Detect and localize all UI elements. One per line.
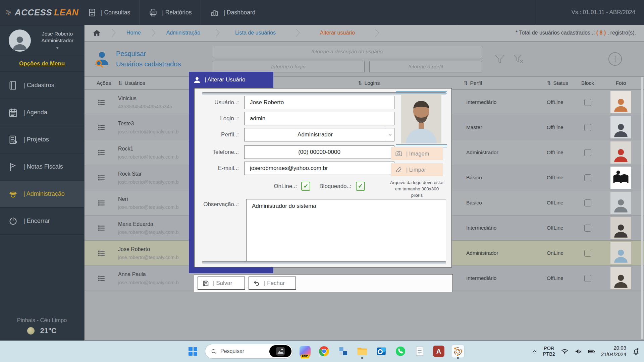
column-header-status[interactable]: ⇅Status <box>544 80 578 86</box>
block-checkbox[interactable] <box>584 250 591 257</box>
weather-widget: Pinhais - Céu Limpo 21°C <box>0 314 84 341</box>
limpar-button[interactable]: | Limpar <box>391 163 443 176</box>
row-block-cell <box>578 124 598 131</box>
block-checkbox[interactable] <box>584 275 591 282</box>
select-arrow[interactable] <box>386 128 394 141</box>
topbar-item-dashboard[interactable]: | Dashboard <box>201 0 264 25</box>
clock-date: 21/04/2024 <box>601 351 626 358</box>
row-perfil: Intermediário <box>464 275 544 281</box>
language-indicator[interactable]: POR PTB2 <box>543 346 555 357</box>
sidebar-item-cadastros[interactable]: | Cadastros <box>0 72 84 99</box>
telefone-field[interactable] <box>244 145 394 159</box>
online-checkbox[interactable]: ✓ <box>301 182 310 191</box>
task-view-icon[interactable] <box>336 345 350 358</box>
breadcrumb: Home Administração Lista de usuários Alt… <box>93 28 399 38</box>
column-header-acoes[interactable]: Ações <box>85 80 118 86</box>
user-photo <box>610 116 631 138</box>
row-actions-button[interactable] <box>85 199 118 207</box>
row-actions-button[interactable] <box>85 123 118 132</box>
breadcrumb-lista-usuarios[interactable]: Lista de usuários <box>235 30 276 36</box>
close-button[interactable]: | Fechar <box>249 277 296 290</box>
search-highlight-image[interactable] <box>269 345 291 357</box>
row-perfil: Administrador <box>464 149 544 156</box>
home-icon[interactable] <box>93 29 101 37</box>
search-description-input[interactable] <box>212 46 482 57</box>
breadcrumb-alterar-usuario[interactable]: Alterar usuário <box>320 30 355 36</box>
battery-icon[interactable] <box>588 348 595 355</box>
volume-muted-icon[interactable] <box>574 348 582 355</box>
notepad-icon[interactable] <box>413 345 426 358</box>
sidebar-menu: | Cadastros | Agenda | Projetos | Notas … <box>0 72 84 314</box>
block-checkbox[interactable] <box>584 199 591 206</box>
records-total: * Total de usuários cadastrados..: ( 8 )… <box>516 30 636 36</box>
taskbar-search[interactable]: Pesquisar <box>205 344 292 358</box>
search-login-input[interactable] <box>212 61 365 72</box>
access-icon[interactable]: A <box>432 345 445 358</box>
block-checkbox[interactable] <box>584 149 591 156</box>
row-foto-cell <box>598 192 644 214</box>
block-checkbox[interactable] <box>584 99 591 106</box>
chevron-down-icon[interactable]: ▼ <box>34 46 81 50</box>
row-actions-button[interactable] <box>85 174 118 182</box>
sidebar-item-encerrar[interactable]: | Encerrar <box>0 208 84 235</box>
notification-bell-icon[interactable] <box>632 347 640 355</box>
column-header-block[interactable]: Block <box>578 80 598 86</box>
row-actions-button[interactable] <box>85 274 118 283</box>
block-checkbox[interactable] <box>584 124 591 131</box>
sidebar-item-projetos[interactable]: | Projetos <box>0 126 84 154</box>
column-header-logins[interactable]: ⇅Logins <box>358 80 464 86</box>
add-user-button[interactable] <box>607 51 623 67</box>
check-icon: ✓ <box>304 183 308 190</box>
limpar-button-label: | Limpar <box>406 167 426 173</box>
row-actions-button[interactable] <box>85 98 118 107</box>
save-button[interactable]: | Salvar <box>198 277 245 290</box>
bloqueado-label: Bloqueado..: <box>319 183 351 190</box>
block-checkbox[interactable] <box>584 174 591 181</box>
wifi-icon[interactable] <box>561 348 569 355</box>
block-checkbox[interactable] <box>584 225 591 232</box>
topbar-item-consultas[interactable]: | Consultas <box>78 0 139 25</box>
observacao-field[interactable]: Administrador do sistema <box>246 199 446 263</box>
whatsapp-icon[interactable] <box>394 345 407 358</box>
breadcrumb-administracao[interactable]: Administração <box>166 30 200 36</box>
topbar-item-relatorios[interactable]: | Relatórios <box>139 0 201 25</box>
copilot-icon[interactable]: PRE <box>298 345 312 358</box>
scrollbar-track[interactable] <box>641 77 643 339</box>
file-explorer-icon[interactable] <box>356 345 369 358</box>
row-perfil: Básico <box>464 200 544 206</box>
column-header-perfil[interactable]: ⇅Perfil <box>464 80 544 86</box>
clear-filter-icon[interactable] <box>512 53 525 65</box>
row-actions-button[interactable] <box>85 249 118 257</box>
login-field[interactable] <box>244 112 394 125</box>
start-button[interactable] <box>186 345 200 358</box>
bloqueado-checkbox[interactable]: ✓ <box>356 182 365 191</box>
sidebar-menu-title[interactable]: Opções de Menu <box>0 56 84 72</box>
modal-title-text: | Alterar Usuário <box>205 76 246 83</box>
clock[interactable]: 20:03 21/04/2024 <box>601 345 626 358</box>
row-block-cell <box>578 250 598 257</box>
filter-icon[interactable] <box>493 53 506 65</box>
row-actions-button[interactable] <box>85 148 118 157</box>
breadcrumb-home[interactable]: Home <box>126 30 141 36</box>
sidebar-item-agenda[interactable]: | Agenda <box>0 99 84 126</box>
imagem-button[interactable]: | Imagem <box>391 147 443 160</box>
row-block-cell <box>578 99 598 106</box>
row-actions-button[interactable] <box>85 224 118 232</box>
tray-chevron-up-icon[interactable] <box>532 349 537 354</box>
sidebar-item-label: | Cadastros <box>23 82 54 89</box>
topbar-divider <box>536 0 536 25</box>
email-field[interactable] <box>244 162 394 175</box>
column-header-foto[interactable]: Foto <box>598 80 644 86</box>
sidebar-item-administracao[interactable]: | Administração <box>0 181 84 208</box>
modal-title-bar[interactable]: | Alterar Usuário <box>189 72 273 88</box>
perfil-select[interactable]: Administrador <box>244 128 394 141</box>
user-avatar[interactable] <box>9 29 31 52</box>
sidebar-item-notas-fiscais[interactable]: | Notas Fiscais <box>0 154 84 181</box>
access-lean-app-icon[interactable] <box>451 345 465 358</box>
usuario-field[interactable] <box>244 96 394 109</box>
records-suffix: , registro(s). <box>607 30 636 36</box>
outlook-icon[interactable] <box>375 345 388 358</box>
column-label: Status <box>553 80 568 86</box>
search-profile-input[interactable] <box>369 61 482 72</box>
chrome-icon[interactable] <box>317 345 331 358</box>
